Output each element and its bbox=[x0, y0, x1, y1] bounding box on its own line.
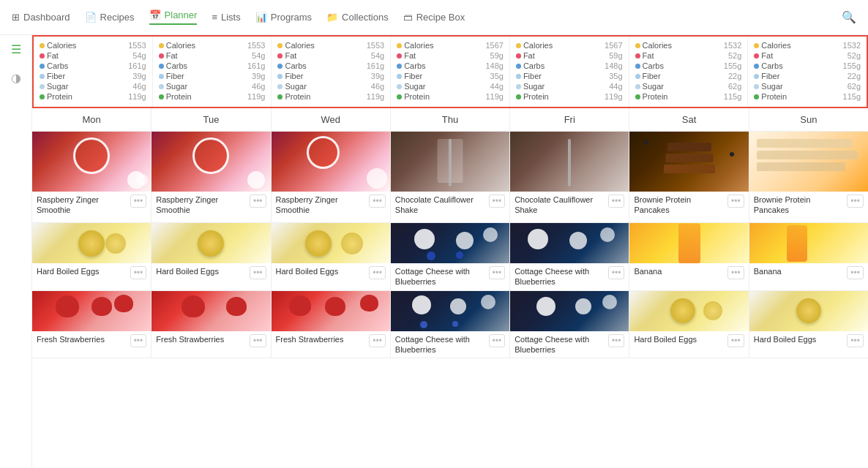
day-header-thu: Thu bbox=[391, 108, 510, 131]
dashboard-icon: ⊞ bbox=[12, 12, 20, 23]
snack2-wed-menu[interactable]: ••• bbox=[369, 334, 386, 347]
breakfast-mon-menu[interactable]: ••• bbox=[130, 195, 147, 208]
snack2-sat[interactable]: Hard Boiled Eggs ••• bbox=[629, 291, 749, 358]
snack2-thu-menu[interactable]: ••• bbox=[489, 334, 506, 347]
nav-lists-label: Lists bbox=[221, 12, 241, 23]
nav-recipe-box[interactable]: 🗃 Recipe Box bbox=[403, 12, 465, 23]
day-header-tue: Tue bbox=[151, 108, 271, 131]
snack2-sun-menu[interactable]: ••• bbox=[847, 334, 864, 347]
nav-dashboard[interactable]: ⊞ Dashboard bbox=[12, 12, 70, 23]
nav-planner-label: Planner bbox=[165, 10, 198, 20]
snack1-sun[interactable]: Banana ••• bbox=[749, 223, 868, 290]
day-header-wed: Wed bbox=[272, 108, 391, 131]
nutrition-col-sat: Calories1532 Fat52g Carbs155g Fiber22g S… bbox=[629, 37, 749, 107]
snack2-tue-menu[interactable]: ••• bbox=[250, 334, 266, 347]
breakfast-fri[interactable]: Chocolate Cauliflower Shake ••• bbox=[510, 132, 629, 222]
nutrition-col-sun: Calories1532 Fat52g Carbs155g Fiber22g S… bbox=[748, 37, 867, 107]
nav-recipes-label: Recipes bbox=[100, 12, 135, 23]
navigation: ⊞ Dashboard 📄 Recipes 📅 Planner ≡ Lists … bbox=[0, 0, 868, 35]
breakfast-wed-menu[interactable]: ••• bbox=[369, 195, 386, 208]
nav-programs-label: Programs bbox=[271, 12, 312, 23]
snack2-sat-menu[interactable]: ••• bbox=[727, 334, 744, 347]
nutrition-col-wed: Calories1553 Fat54g Carbs161g Fiber39g S… bbox=[272, 37, 391, 107]
nutrition-col-mon: Calories 1553 Fat 54g Carbs 161g Fiber 3… bbox=[34, 37, 153, 107]
breakfast-mon[interactable]: Raspberry Zinger Smoothie ••• bbox=[32, 132, 151, 222]
snack1-mon[interactable]: Hard Boiled Eggs ••• bbox=[32, 223, 151, 290]
collections-icon: 📁 bbox=[326, 12, 338, 23]
snack1-sat-menu[interactable]: ••• bbox=[727, 266, 744, 279]
nav-collections[interactable]: 📁 Collections bbox=[326, 12, 389, 23]
menu-icon[interactable]: ☰ bbox=[11, 42, 21, 56]
nutrition-col-thu: Calories1567 Fat59g Carbs148g Fiber35g S… bbox=[391, 37, 510, 107]
nav-collections-label: Collections bbox=[342, 12, 389, 23]
lists-icon: ≡ bbox=[212, 12, 217, 23]
snack1-mon-menu[interactable]: ••• bbox=[130, 266, 147, 279]
snack2-sun[interactable]: Hard Boiled Eggs ••• bbox=[749, 291, 868, 358]
day-header-fri: Fri bbox=[510, 108, 629, 131]
nav-recipes[interactable]: 📄 Recipes bbox=[85, 12, 135, 23]
breakfast-row: Breakfast Raspberry Zinger Smoothie ••• bbox=[32, 132, 868, 223]
recipes-icon: 📄 bbox=[85, 12, 97, 23]
nav-dashboard-label: Dashboard bbox=[23, 12, 70, 23]
chart-icon[interactable]: ◑ bbox=[11, 71, 21, 85]
snack2-mon-menu[interactable]: ••• bbox=[130, 334, 147, 347]
nav-planner[interactable]: 📅 Planner bbox=[149, 10, 198, 25]
snack1-tue[interactable]: Hard Boiled Eggs ••• bbox=[151, 223, 271, 290]
breakfast-tue[interactable]: Raspberry Zinger Smoothie ••• bbox=[151, 132, 271, 222]
nav-recipe-box-label: Recipe Box bbox=[416, 12, 465, 23]
nutrition-col-fri: Calories1567 Fat59g Carbs148g Fiber35g S… bbox=[510, 37, 629, 107]
nav-programs[interactable]: 📊 Programs bbox=[255, 12, 312, 23]
snack2-wed[interactable]: Fresh Strawberries ••• bbox=[272, 291, 391, 358]
snack1-thu-menu[interactable]: ••• bbox=[489, 266, 506, 279]
search-icon[interactable]: 🔍 bbox=[842, 10, 856, 24]
snack2-tue[interactable]: Fresh Strawberries ••• bbox=[151, 291, 271, 358]
snack2-fri-menu[interactable]: ••• bbox=[608, 334, 625, 347]
breakfast-sat-menu[interactable]: ••• bbox=[727, 195, 744, 208]
recipe-box-icon: 🗃 bbox=[403, 12, 413, 23]
day-header-mon: Mon bbox=[32, 108, 151, 131]
breakfast-tue-menu[interactable]: ••• bbox=[250, 195, 266, 208]
nutrition-col-tue: Calories1553 Fat54g Carbs161g Fiber39g S… bbox=[153, 37, 272, 107]
breakfast-wed[interactable]: Raspberry Zinger Smoothie ••• bbox=[272, 132, 391, 222]
snack2-thu[interactable]: Cottage Cheese with Blueberries ••• bbox=[391, 291, 510, 358]
snack1-thu[interactable]: Cottage Cheese with Blueberries ••• bbox=[391, 223, 510, 290]
day-headers: Mon Tue Wed Thu Fri Sat Sun bbox=[32, 108, 868, 132]
breakfast-sun-menu[interactable]: ••• bbox=[847, 195, 864, 208]
nav-lists[interactable]: ≡ Lists bbox=[212, 12, 240, 23]
snack1-fri[interactable]: Cottage Cheese with Blueberries ••• bbox=[510, 223, 629, 290]
snack2-row: Fresh Strawberries ••• Fresh Strawberrie… bbox=[32, 291, 868, 359]
breakfast-fri-menu[interactable]: ••• bbox=[608, 195, 625, 208]
snack2-fri[interactable]: Cottage Cheese with Blueberries ••• bbox=[510, 291, 629, 358]
breakfast-thu[interactable]: Chocolate Cauliflower Shake ••• bbox=[391, 132, 510, 222]
snack1-wed-menu[interactable]: ••• bbox=[369, 266, 386, 279]
snack1-tue-menu[interactable]: ••• bbox=[250, 266, 266, 279]
snack1-row: Hard Boiled Eggs ••• Hard Boiled Eggs ••… bbox=[32, 223, 868, 291]
snack1-sun-menu[interactable]: ••• bbox=[847, 266, 864, 279]
snack1-wed[interactable]: Hard Boiled Eggs ••• bbox=[272, 223, 391, 290]
day-header-sun: Sun bbox=[749, 108, 868, 131]
breakfast-thu-menu[interactable]: ••• bbox=[489, 195, 506, 208]
programs-icon: 📊 bbox=[255, 12, 267, 23]
snack1-fri-menu[interactable]: ••• bbox=[608, 266, 625, 279]
breakfast-sun[interactable]: Brownie Protein Pancakes ••• bbox=[749, 132, 868, 222]
snack1-sat[interactable]: Banana ••• bbox=[629, 223, 749, 290]
breakfast-sat[interactable]: Brownie Protein Pancakes ••• bbox=[629, 132, 749, 222]
nutrition-panel: Calories 1553 Fat 54g Carbs 161g Fiber 3… bbox=[32, 35, 868, 108]
snack2-mon[interactable]: Fresh Strawberries ••• bbox=[32, 291, 151, 358]
day-header-sat: Sat bbox=[629, 108, 749, 131]
sidebar: ☰ ◑ bbox=[0, 35, 32, 468]
planner-icon: 📅 bbox=[149, 10, 161, 20]
